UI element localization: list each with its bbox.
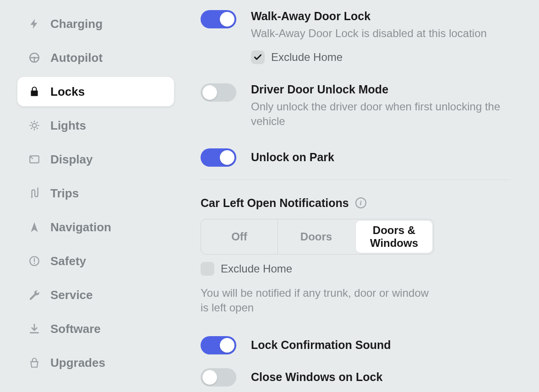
upgrade-icon [28, 357, 40, 369]
sidebar-item-label: Display [50, 152, 93, 167]
info-icon[interactable]: i [355, 197, 366, 208]
segment-doors[interactable]: Doors [278, 219, 354, 254]
setting-title: Unlock on Park [251, 147, 510, 164]
unlock-on-park-toggle[interactable] [201, 148, 236, 167]
sidebar-item-label: Navigation [50, 220, 111, 234]
download-icon [28, 323, 40, 335]
segment-doors-windows[interactable]: Doors & Windows [356, 221, 432, 253]
sidebar: Charging Autopilot Locks Lights Display [0, 0, 183, 392]
settings-panel: Walk-Away Door Lock Walk-Away Door Lock … [183, 0, 539, 392]
sidebar-item-service[interactable]: Service [17, 280, 174, 310]
walk-away-toggle[interactable] [201, 10, 236, 28]
sidebar-item-upgrades[interactable]: Upgrades [17, 348, 174, 377]
svg-point-2 [33, 124, 37, 128]
setting-description: Only unlock the driver door when first u… [251, 99, 510, 129]
lightbulb-icon [28, 120, 40, 131]
setting-title: Close Windows on Lock [251, 367, 510, 384]
route-icon [28, 187, 40, 199]
setting-unlock-on-park: Unlock on Park [201, 147, 510, 167]
setting-title: Driver Door Unlock Mode [251, 82, 510, 97]
steering-icon [28, 52, 40, 64]
display-icon [28, 153, 40, 165]
setting-lock-confirmation-sound: Lock Confirmation Sound [201, 335, 510, 354]
sidebar-item-safety[interactable]: Safety [17, 246, 174, 276]
segment-off[interactable]: Off [201, 219, 278, 254]
car-left-open-segmented: Off Doors Doors & Windows [201, 219, 434, 255]
section-title: Car Left Open Notifications [201, 196, 349, 210]
sidebar-item-label: Software [50, 322, 101, 336]
wrench-icon [28, 289, 40, 301]
sidebar-item-charging[interactable]: Charging [17, 9, 174, 38]
driver-door-toggle[interactable] [201, 83, 236, 102]
navigation-icon [28, 221, 40, 233]
setting-title: Walk-Away Door Lock [251, 9, 510, 23]
sidebar-item-trips[interactable]: Trips [17, 179, 174, 208]
setting-title: Lock Confirmation Sound [251, 335, 510, 352]
svg-point-1 [33, 57, 35, 59]
sidebar-item-label: Trips [50, 186, 79, 201]
bolt-icon [28, 18, 40, 30]
close-windows-toggle[interactable] [201, 368, 236, 387]
sidebar-item-label: Autopilot [50, 51, 103, 65]
sidebar-item-label: Service [50, 288, 93, 302]
sidebar-item-autopilot[interactable]: Autopilot [17, 43, 174, 72]
section-note: You will be notified if any trunk, door … [201, 286, 439, 316]
lock-sound-toggle[interactable] [201, 336, 236, 354]
sidebar-item-label: Charging [50, 17, 103, 31]
sidebar-item-lights[interactable]: Lights [17, 111, 174, 140]
checkbox-label: Exclude Home [221, 262, 292, 275]
sidebar-item-navigation[interactable]: Navigation [17, 212, 174, 242]
sidebar-item-label: Lights [50, 119, 86, 133]
warning-icon [28, 255, 40, 267]
sidebar-item-label: Safety [50, 254, 86, 268]
checkbox-label: Exclude Home [271, 51, 343, 64]
sidebar-item-software[interactable]: Software [17, 314, 174, 343]
car-left-open-exclude-home-checkbox[interactable] [201, 262, 214, 276]
sidebar-item-locks[interactable]: Locks [17, 77, 174, 106]
section-car-left-open: Car Left Open Notifications i Off Doors … [201, 196, 510, 316]
setting-driver-door-unlock: Driver Door Unlock Mode Only unlock the … [201, 82, 510, 129]
lock-icon [28, 86, 40, 98]
divider [201, 180, 510, 180]
setting-walk-away-door-lock: Walk-Away Door Lock Walk-Away Door Lock … [201, 9, 510, 64]
sidebar-item-label: Locks [50, 85, 85, 99]
sidebar-item-label: Upgrades [50, 356, 105, 370]
sidebar-item-display[interactable]: Display [17, 145, 174, 174]
walk-away-exclude-home-checkbox[interactable] [251, 50, 265, 64]
setting-close-windows-on-lock: Close Windows on Lock [201, 367, 510, 387]
setting-description: Walk-Away Door Lock is disabled at this … [251, 26, 510, 41]
